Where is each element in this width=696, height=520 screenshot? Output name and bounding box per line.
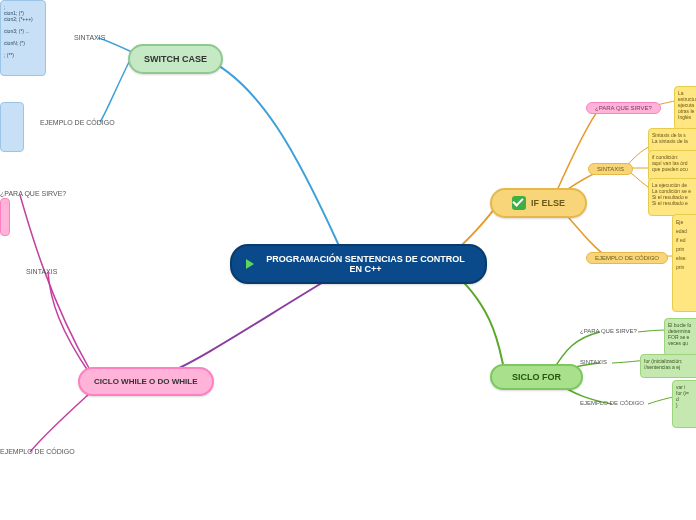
ifelse-purpose-label: ¿PARA QUE SIRVE? — [586, 102, 661, 114]
for-example-label: EJEMPLO DE CÓDIGO — [580, 400, 644, 406]
ifelse-example-box: Eje edad if ed prin else: prin — [672, 214, 696, 312]
for-purpose-box: El bucle fo determina FOR se e veces qu — [664, 318, 696, 356]
for-title: SICLO FOR — [512, 372, 561, 382]
switch-title: SWITCH CASE — [144, 54, 207, 64]
switch-example-label: EJEMPLO DE CÓDIGO — [40, 119, 115, 126]
switch-node[interactable]: SWITCH CASE — [128, 44, 223, 74]
ifelse-syntax-box3: La ejecución de La condición se e Si el … — [648, 178, 696, 216]
for-example-box: var i for (i= d } — [672, 380, 696, 428]
for-syntax-label: SINTAXIS — [580, 359, 607, 365]
while-purpose-box — [0, 198, 10, 236]
center-node[interactable]: PROGRAMACIÓN SENTENCIAS DE CONTROL EN C+… — [230, 244, 487, 284]
for-syntax-box: for (inicialización; //sentencias a ej — [640, 354, 696, 378]
ifelse-title: IF ELSE — [531, 198, 565, 208]
while-node[interactable]: CICLO WHILE O DO WHILE — [78, 367, 214, 396]
for-purpose-label: ¿PARA QUE SIRVE? — [580, 328, 637, 334]
switch-example-box — [0, 102, 24, 152]
center-title: PROGRAMACIÓN SENTENCIAS DE CONTROL EN C+… — [260, 254, 471, 274]
while-purpose-label: ¿PARA QUE SIRVE? — [0, 190, 66, 197]
switch-syntax-label: SINTAXIS — [74, 34, 105, 41]
ifelse-syntax-label: SINTAXIS — [588, 163, 633, 175]
flag-icon — [246, 259, 254, 269]
ifelse-purpose-box: La estructura ejecuta otras le Inglés — [674, 86, 696, 130]
ifelse-example-label: EJEMPLO DE CÓDIGO — [586, 252, 668, 264]
while-title: CICLO WHILE O DO WHILE — [94, 377, 198, 386]
while-example-label: EJEMPLO DE CÓDIGO — [0, 448, 75, 455]
check-icon — [512, 196, 526, 210]
switch-syntax-box: ; cion1; (*) cion2; (*+++) cion3; (*) ..… — [0, 0, 46, 76]
while-syntax-label: SINTAXIS — [26, 268, 57, 275]
for-node[interactable]: SICLO FOR — [490, 364, 583, 390]
ifelse-node[interactable]: IF ELSE — [490, 188, 587, 218]
